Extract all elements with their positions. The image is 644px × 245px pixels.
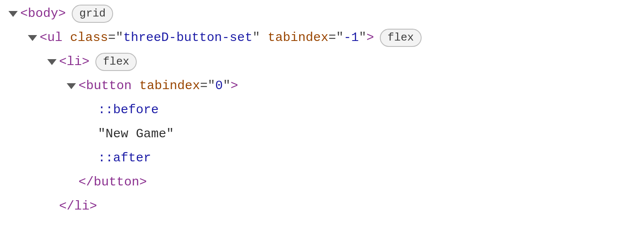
tag-button-open: <button tabindex="0"> <box>78 74 238 98</box>
tag-name: <ul <box>40 30 62 45</box>
node-body[interactable]: <body> grid <box>8 2 644 26</box>
quote: " <box>223 79 230 93</box>
layout-badge-flex[interactable]: flex <box>380 29 421 47</box>
disclosure-triangle-icon[interactable] <box>47 59 57 65</box>
tag-ul-open: <ul class="threeD-button-set" tabindex="… <box>40 26 374 50</box>
tag-li: <li> <box>59 50 89 74</box>
quote: " <box>252 30 260 45</box>
disclosure-triangle-icon[interactable] <box>67 83 76 89</box>
node-li-close[interactable]: </li> <box>8 194 644 218</box>
text-node[interactable]: "New Game" <box>8 122 644 146</box>
attr-name-tabindex: tabindex <box>139 79 200 93</box>
tag-close-bracket: > <box>366 30 374 45</box>
tag-body: <body> <box>20 2 66 26</box>
attr-name-class: class <box>70 30 108 45</box>
tag-button-close: </button> <box>78 170 147 194</box>
quote: " <box>336 30 344 45</box>
tag-close-bracket: > <box>230 79 238 93</box>
equals: = <box>328 30 336 45</box>
node-li[interactable]: <li> flex <box>8 50 644 74</box>
text-node-value: "New Game" <box>98 122 174 146</box>
layout-badge-flex[interactable]: flex <box>95 53 137 71</box>
quote: " <box>359 30 366 45</box>
attr-value-class: threeD-button-set <box>123 30 252 45</box>
dom-tree: <body> grid <ul class="threeD-button-set… <box>0 0 644 218</box>
pseudo-element-label: ::after <box>98 146 151 170</box>
attr-value-tabindex: -1 <box>344 30 359 45</box>
node-button[interactable]: <button tabindex="0"> <box>8 74 644 98</box>
tag-name: <button <box>78 79 132 93</box>
layout-badge-grid[interactable]: grid <box>72 5 113 23</box>
tag-li-close: </li> <box>59 194 97 218</box>
attr-name-tabindex: tabindex <box>268 30 328 45</box>
node-ul[interactable]: <ul class="threeD-button-set" tabindex="… <box>8 26 644 50</box>
disclosure-triangle-icon[interactable] <box>8 11 18 17</box>
equals: = <box>200 79 208 93</box>
pseudo-element-label: ::before <box>98 98 159 122</box>
node-button-close[interactable]: </button> <box>8 170 644 194</box>
pseudo-before[interactable]: ::before <box>8 98 644 122</box>
attr-value-tabindex: 0 <box>215 79 223 93</box>
disclosure-triangle-icon[interactable] <box>28 35 37 41</box>
equals: = <box>108 30 116 45</box>
pseudo-after[interactable]: ::after <box>8 146 644 170</box>
quote: " <box>208 79 215 93</box>
quote: " <box>116 30 123 45</box>
